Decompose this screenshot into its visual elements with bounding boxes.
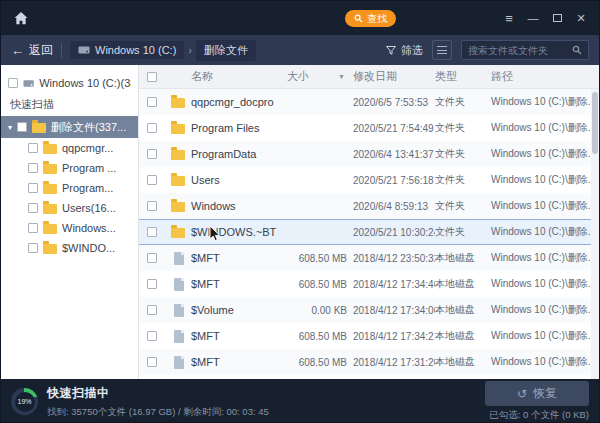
file-size: 0.00 KB xyxy=(287,305,353,316)
file-date: 2018/4/12 17:31:20 xyxy=(353,357,435,368)
table-row[interactable]: $MFT608.50 MB2018/4/12 17:31:20本地磁盘Windo… xyxy=(139,349,599,375)
file-name: $MFT xyxy=(191,278,287,290)
filter-icon xyxy=(386,46,396,55)
row-checkbox[interactable] xyxy=(147,227,157,237)
breadcrumb-label: 删除文件 xyxy=(204,43,248,58)
table-row[interactable]: $WINDOWS.~BT2020/5/21 10:30:24文件夹Windows… xyxy=(139,219,599,245)
breadcrumb-label: Windows 10 (C:) xyxy=(95,44,176,56)
row-checkbox[interactable] xyxy=(147,279,157,289)
file-type: 文件夹 xyxy=(435,199,491,213)
file-icon xyxy=(174,278,184,291)
file-type: 本地磁盘 xyxy=(435,355,491,369)
checkbox[interactable] xyxy=(28,163,38,173)
promo-label: 查找 xyxy=(367,12,387,26)
file-icon xyxy=(174,304,184,317)
minimize-button[interactable]: — xyxy=(523,7,543,29)
back-button[interactable]: ← 返回 xyxy=(11,42,53,59)
file-name: $MFT xyxy=(191,252,287,264)
tree-item[interactable]: Windows... xyxy=(1,218,138,238)
file-name: Users xyxy=(191,174,287,186)
file-type: 本地磁盘 xyxy=(435,303,491,317)
scan-mode-label: 快速扫描 xyxy=(1,94,138,116)
scrollbar[interactable] xyxy=(591,89,599,379)
checkbox[interactable] xyxy=(17,122,27,132)
row-checkbox[interactable] xyxy=(147,305,157,315)
checkbox[interactable] xyxy=(28,143,38,153)
maximize-button[interactable] xyxy=(547,7,567,29)
recover-button[interactable]: ↺ 恢复 xyxy=(485,381,589,406)
row-checkbox[interactable] xyxy=(147,201,157,211)
table-row[interactable]: $Volume0.00 KB2018/4/12 17:34:06本地磁盘Wind… xyxy=(139,297,599,323)
breadcrumb-item-drive[interactable]: Windows 10 (C:) xyxy=(70,41,184,59)
expand-icon[interactable]: ▾ xyxy=(8,123,12,132)
file-path: Windows 10 (C:)\删除... xyxy=(491,329,599,343)
sort-desc-icon[interactable]: ▼ xyxy=(338,73,345,80)
checkbox[interactable] xyxy=(28,203,38,213)
file-type: 文件夹 xyxy=(435,173,491,187)
checkbox[interactable] xyxy=(28,223,38,233)
table-row[interactable]: ProgramData2020/6/4 13:41:37文件夹Windows 1… xyxy=(139,141,599,167)
column-header-path[interactable]: 路径 xyxy=(491,69,599,84)
row-checkbox[interactable] xyxy=(147,123,157,133)
checkbox[interactable] xyxy=(28,183,38,193)
table-row[interactable]: Program Files2020/5/21 7:54:49文件夹Windows… xyxy=(139,115,599,141)
row-checkbox[interactable] xyxy=(147,97,157,107)
scrollbar-thumb[interactable] xyxy=(592,92,598,154)
promo-search-button[interactable]: 查找 xyxy=(345,10,396,27)
column-header-name[interactable]: 名称 xyxy=(191,69,287,84)
table-row[interactable]: qqpcmgr_docpro2020/6/5 7:53:53文件夹Windows… xyxy=(139,89,599,115)
close-button[interactable]: ✕ xyxy=(571,7,591,29)
tree-item-deleted-files[interactable]: ▾ 删除文件(337... xyxy=(1,116,138,138)
breadcrumb: Windows 10 (C:) › 删除文件 xyxy=(70,40,256,61)
recover-label: 恢复 xyxy=(533,385,557,402)
tree-item[interactable]: Users(16... xyxy=(1,198,138,218)
table-row[interactable]: Windows2020/6/4 8:59:13文件夹Windows 10 (C:… xyxy=(139,193,599,219)
file-path: Windows 10 (C:)\删除... xyxy=(491,173,599,187)
table-row[interactable]: $MFT608.50 MB2018/4/12 17:34:46本地磁盘Windo… xyxy=(139,271,599,297)
row-checkbox[interactable] xyxy=(147,331,157,341)
chevron-right-icon: › xyxy=(188,44,192,56)
checkbox[interactable] xyxy=(8,78,18,88)
search-box xyxy=(461,40,589,60)
search-input[interactable] xyxy=(468,45,568,56)
file-name: Windows xyxy=(191,200,287,212)
home-button[interactable] xyxy=(9,6,33,30)
tree-item[interactable]: Program ... xyxy=(1,158,138,178)
file-date: 2020/5/21 7:56:18 xyxy=(353,175,435,186)
filter-button[interactable]: 筛选 xyxy=(386,43,423,58)
breadcrumb-item-folder[interactable]: 删除文件 xyxy=(196,40,256,61)
row-checkbox[interactable] xyxy=(147,253,157,263)
row-checkbox[interactable] xyxy=(147,149,157,159)
checkbox[interactable] xyxy=(28,243,38,253)
file-type: 文件夹 xyxy=(435,95,491,109)
table-row[interactable]: $MFT608.50 MB2018/4/12 23:50:32本地磁盘Windo… xyxy=(139,245,599,271)
file-type: 文件夹 xyxy=(435,225,491,239)
row-checkbox[interactable] xyxy=(147,175,157,185)
filter-label: 筛选 xyxy=(401,43,423,58)
menu-icon[interactable]: ≡ xyxy=(499,7,519,29)
search-icon[interactable] xyxy=(572,45,582,55)
tree-item[interactable]: $WINDO... xyxy=(1,238,138,258)
column-header-date[interactable]: 修改日期 xyxy=(353,69,435,84)
file-path: Windows 10 (C:)\删除... xyxy=(491,355,599,369)
file-size: 608.50 MB xyxy=(287,279,353,290)
table-row[interactable]: Users2020/5/21 7:56:18文件夹Windows 10 (C:)… xyxy=(139,167,599,193)
footer-right: ↺ 恢复 已勾选: 0 个文件 (0 KB) xyxy=(485,381,589,422)
divider xyxy=(61,43,62,58)
file-date: 2020/6/4 8:59:13 xyxy=(353,201,435,212)
folder-icon xyxy=(43,184,57,194)
column-header-type[interactable]: 类型 xyxy=(435,69,491,84)
drive-icon xyxy=(23,78,34,89)
table-row[interactable]: $MFT608.50 MB2018/4/12 17:34:21本地磁盘Windo… xyxy=(139,323,599,349)
view-options-button[interactable] xyxy=(432,40,452,60)
tree-item[interactable]: qqpcmgr... xyxy=(1,138,138,158)
column-header-size[interactable]: 大小 ▼ xyxy=(287,69,353,84)
tree-root-label: Windows 10 (C:)(33... xyxy=(39,77,131,89)
list-view-icon xyxy=(437,46,447,54)
row-checkbox[interactable] xyxy=(147,357,157,367)
select-all-checkbox[interactable] xyxy=(147,72,157,82)
tree-root-drive[interactable]: Windows 10 (C:)(33... xyxy=(1,72,138,94)
tree-item[interactable]: Program... xyxy=(1,178,138,198)
file-path: Windows 10 (C:)\删除... xyxy=(491,147,599,161)
scan-status-block: 快速扫描中 找到: 35750个文件 (16.97 GB) / 剩余时间: 00… xyxy=(47,385,269,419)
